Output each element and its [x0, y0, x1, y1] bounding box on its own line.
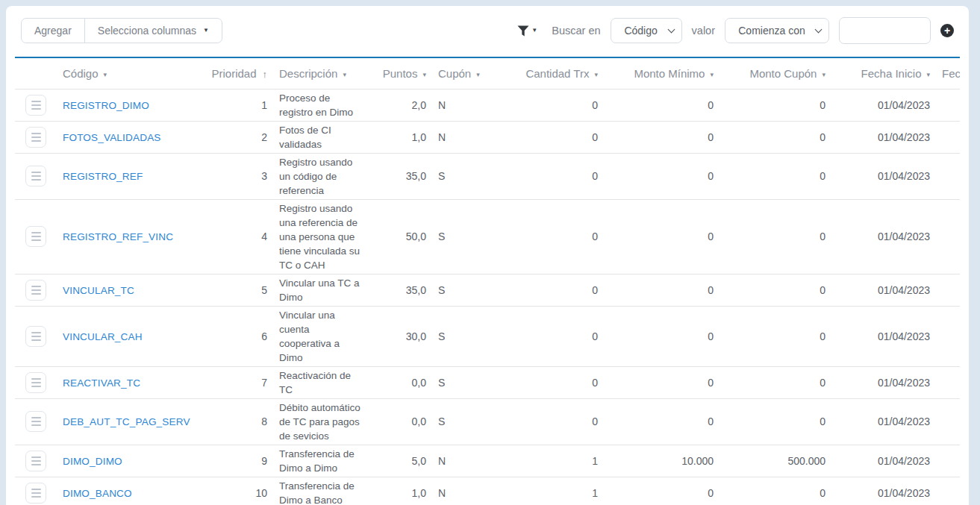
- table-row: REGISTRO_DIMO 1 Proceso de registro en D…: [15, 89, 960, 121]
- row-menu-button[interactable]: [25, 411, 46, 432]
- codigo-link[interactable]: FOTOS_VALIDADAS: [63, 132, 161, 143]
- prioridad-cell: 8: [184, 398, 273, 445]
- search-value-input[interactable]: [839, 17, 931, 44]
- toolbar: Agregar Selecciona columnas ▼ ▼ Buscar e…: [15, 16, 960, 45]
- fecha-inicio-cell: 01/04/2023: [831, 445, 936, 477]
- monto-minimo-cell: 0: [604, 306, 720, 366]
- descripcion-cell: Fotos de CI validadas: [273, 121, 369, 153]
- column-header-puntos[interactable]: Puntos▾: [369, 58, 432, 89]
- row-menu-button[interactable]: [25, 127, 46, 148]
- monto-cupon-cell: 0: [720, 477, 831, 505]
- filter-funnel-icon: [517, 25, 529, 37]
- column-header-codigo[interactable]: Código▾: [57, 58, 184, 89]
- hamburger-menu-icon: [31, 489, 41, 498]
- row-menu-button[interactable]: [25, 226, 46, 247]
- column-header-cupon[interactable]: Cupón▾: [432, 58, 499, 89]
- descripcion-cell: Proceso de registro en Dimo: [273, 89, 369, 121]
- codigo-link[interactable]: REGISTRO_DIMO: [63, 100, 149, 111]
- column-menu-icon[interactable]: ▾: [422, 71, 426, 78]
- column-header-descripcion[interactable]: Descripción▾: [273, 58, 369, 89]
- cupon-cell: S: [432, 199, 499, 274]
- column-header-monto-minimo[interactable]: Monto Mínimo▾: [604, 58, 720, 89]
- table-row: DIMO_BANCO 10 Transferencia de Dimo a Ba…: [15, 477, 960, 505]
- hamburger-menu-icon: [31, 457, 41, 465]
- operator-select-wrap: Comienza con: [725, 18, 829, 43]
- column-menu-icon[interactable]: ▾: [104, 71, 107, 78]
- codigo-link[interactable]: DIMO_BANCO: [63, 488, 132, 499]
- monto-minimo-cell: 0: [604, 274, 720, 306]
- search-field-select-wrap: Código: [611, 18, 682, 43]
- monto-minimo-cell: 0: [604, 366, 720, 398]
- fecha-inicio-cell: 01/04/2023: [831, 306, 936, 366]
- filter-caret-icon: ▼: [531, 28, 537, 34]
- data-grid: Código▾ Prioridad↑ Descripción▾ Puntos▾ …: [15, 58, 960, 505]
- puntos-cell: 1,0: [369, 121, 432, 153]
- column-menu-icon[interactable]: ▾: [926, 71, 930, 78]
- monto-cupon-cell: 0: [720, 89, 831, 121]
- cantidad-trx-cell: 0: [499, 121, 604, 153]
- toolbar-button-group: Agregar Selecciona columnas ▼: [21, 18, 222, 43]
- filter-menu-button[interactable]: ▼: [517, 25, 537, 37]
- plus-icon: +: [944, 25, 950, 36]
- caret-down-icon: ▼: [203, 28, 209, 34]
- table-row: REACTIVAR_TC 7 Reactivación de TC 0,0 S …: [15, 366, 960, 398]
- fecha-inicio-cell: 01/04/2023: [831, 121, 936, 153]
- fecha-fin-cell: [936, 199, 960, 274]
- puntos-cell: 50,0: [369, 199, 432, 274]
- row-menu-button[interactable]: [25, 372, 46, 393]
- column-header-fecha-fin[interactable]: Fec: [936, 58, 960, 89]
- column-header-cantidad-trx[interactable]: Cantidad Trx▾: [499, 58, 604, 89]
- column-header-monto-cupon[interactable]: Monto Cupón▾: [720, 58, 831, 89]
- fecha-fin-cell: [936, 398, 960, 445]
- codigo-link[interactable]: VINCULAR_CAH: [63, 331, 143, 342]
- row-menu-button[interactable]: [25, 326, 46, 347]
- monto-cupon-cell: 0: [720, 274, 831, 306]
- column-menu-icon[interactable]: ▾: [822, 71, 825, 78]
- column-header-fecha-inicio[interactable]: Fecha Inicio▾: [831, 58, 936, 89]
- codigo-link[interactable]: REACTIVAR_TC: [63, 377, 140, 389]
- codigo-link[interactable]: REGISTRO_REF: [63, 171, 143, 182]
- table-row: REGISTRO_REF_VINC 4 Registro usando una …: [15, 199, 960, 274]
- monto-minimo-cell: 10.000: [604, 445, 720, 477]
- puntos-cell: 0,0: [369, 366, 432, 398]
- cantidad-trx-cell: 0: [499, 199, 604, 274]
- hamburger-menu-icon: [31, 378, 41, 387]
- prioridad-cell: 2: [184, 121, 273, 153]
- monto-cupon-cell: 0: [720, 153, 831, 199]
- row-menu-button[interactable]: [25, 451, 46, 471]
- fecha-fin-cell: [936, 89, 960, 121]
- column-menu-icon[interactable]: ▾: [594, 71, 598, 78]
- prioridad-cell: 4: [184, 199, 273, 274]
- monto-minimo-cell: 0: [604, 153, 720, 199]
- codigo-link[interactable]: VINCULAR_TC: [63, 285, 134, 296]
- fecha-inicio-cell: 01/04/2023: [831, 89, 936, 121]
- column-menu-icon[interactable]: ▾: [343, 71, 346, 78]
- codigo-link[interactable]: REGISTRO_REF_VINC: [63, 231, 173, 242]
- monto-cupon-cell: 0: [720, 366, 831, 398]
- column-header-prioridad[interactable]: Prioridad↑: [184, 58, 273, 89]
- add-filter-button[interactable]: +: [940, 24, 954, 37]
- fecha-inicio-cell: 01/04/2023: [831, 477, 936, 505]
- row-menu-button[interactable]: [25, 95, 46, 116]
- codigo-link[interactable]: DIMO_DIMO: [63, 456, 122, 467]
- row-menu-button[interactable]: [25, 280, 46, 301]
- column-menu-icon[interactable]: ▾: [710, 71, 714, 78]
- monto-minimo-cell: 0: [604, 477, 720, 505]
- search-field-select[interactable]: Código: [611, 18, 682, 43]
- descripcion-cell: Registro usando un código de referencia: [273, 153, 369, 199]
- cantidad-trx-cell: 0: [499, 274, 604, 306]
- row-menu-button[interactable]: [25, 483, 46, 504]
- operator-select[interactable]: Comienza con: [725, 18, 829, 43]
- table-row: FOTOS_VALIDADAS 2 Fotos de CI validadas …: [15, 121, 960, 153]
- cantidad-trx-cell: 0: [499, 306, 604, 366]
- descripcion-cell: Transferencia de Dimo a Dimo: [273, 445, 369, 477]
- monto-minimo-cell: 0: [604, 121, 720, 153]
- column-menu-icon[interactable]: ▾: [476, 71, 480, 78]
- cupon-cell: S: [432, 398, 499, 445]
- cantidad-trx-cell: 1: [499, 477, 604, 505]
- add-button[interactable]: Agregar: [22, 19, 84, 43]
- codigo-link[interactable]: DEB_AUT_TC_PAG_SERV: [63, 416, 190, 427]
- select-columns-button[interactable]: Selecciona columnas ▼: [84, 19, 222, 43]
- row-menu-button[interactable]: [25, 166, 46, 186]
- hamburger-menu-icon: [31, 286, 41, 295]
